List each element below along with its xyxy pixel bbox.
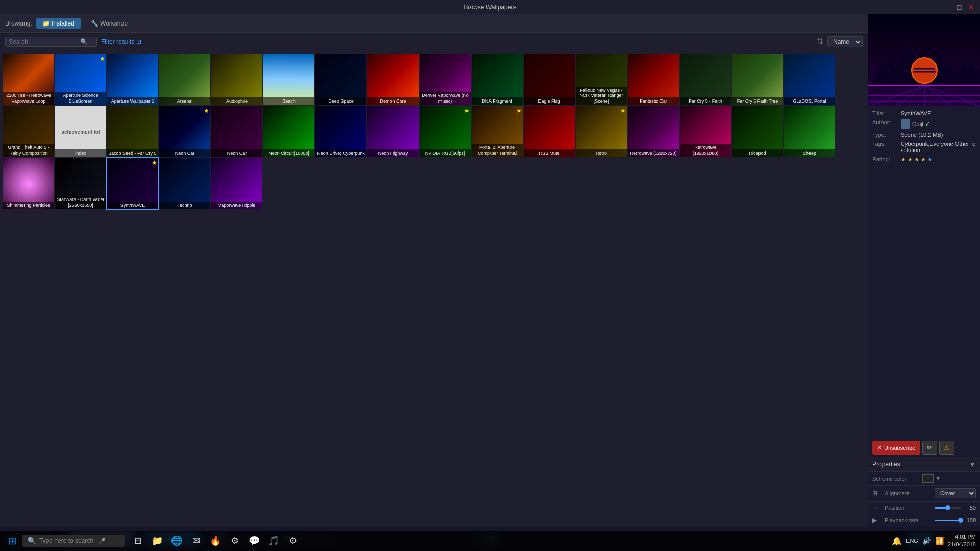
app7-button[interactable]: 💬 bbox=[245, 532, 263, 550]
wallpaper-item-w30[interactable]: Retrowave (980x551) bbox=[680, 106, 731, 157]
tab-installed[interactable]: 📁 Installed bbox=[36, 18, 81, 29]
title-row: Title: SynthWAVE bbox=[872, 110, 976, 116]
app5-button[interactable]: 🔥 bbox=[206, 532, 225, 550]
wallpaper-item-w18[interactable]: achievement lolindex bbox=[55, 106, 106, 157]
wallpaper-item-w15[interactable]: Far Cry 5 Faith Tree bbox=[732, 54, 783, 105]
wallpaper-item-w29[interactable]: Retrowave (1280x720) bbox=[628, 106, 679, 157]
position-icon: ↔ bbox=[872, 504, 880, 511]
app8-button[interactable]: 🎵 bbox=[264, 532, 283, 550]
title-value: SynthWAVE bbox=[901, 110, 976, 116]
color-dropdown-icon: ▼ bbox=[935, 475, 941, 481]
sort-controls: ⇅ Name Date Rating Size bbox=[817, 36, 863, 47]
properties-header: Properties ▼ bbox=[868, 457, 980, 471]
position-slider-container: 50 bbox=[935, 505, 976, 511]
minimize-button[interactable]: — bbox=[942, 3, 951, 12]
author-row: Author: Gaijl ✓ bbox=[872, 119, 976, 129]
warn-button[interactable]: ⚠ bbox=[939, 441, 954, 455]
wallpaper-item-w2[interactable]: Aperture Science BlueScreen★ bbox=[55, 54, 106, 105]
star1: ★ bbox=[901, 156, 906, 162]
wallpaper-item-w27[interactable]: RSS Mute bbox=[524, 106, 575, 157]
wallpaper-item-w28[interactable]: Retro★ bbox=[576, 106, 627, 157]
color-swatch[interactable] bbox=[922, 474, 934, 483]
steam-taskbar-button[interactable]: ⚙ bbox=[226, 532, 244, 550]
file-explorer-button[interactable]: 📁 bbox=[148, 532, 166, 550]
wallpaper-item-w32[interactable]: Sheep bbox=[784, 106, 835, 157]
close-button[interactable]: ✕ bbox=[967, 3, 976, 12]
wallpaper-item-w35[interactable]: SynthWAVE★ bbox=[107, 158, 158, 209]
volume-icon: 🔊 bbox=[922, 537, 931, 545]
wallpaper-item-w19[interactable]: Jacob Seed - Far Cry 5 bbox=[107, 106, 158, 157]
thumb-star-icon: ★ bbox=[204, 107, 209, 114]
star3: ★ bbox=[914, 156, 919, 162]
alignment-label: Alignment bbox=[885, 490, 930, 496]
properties-label: Properties bbox=[872, 461, 900, 468]
preview-area bbox=[868, 14, 980, 106]
wallpaper-item-w26[interactable]: Portal 2: Aperture Computer Terminal★ bbox=[472, 106, 523, 157]
browser-panel: Browsing: 📁 Installed 🔧 Workshop 🔍 Filte… bbox=[0, 14, 868, 527]
search-icon[interactable]: 🔍 bbox=[80, 38, 88, 45]
author-avatar bbox=[901, 119, 910, 129]
wallpaper-item-w3[interactable]: Aperture Wallpaper 1 bbox=[107, 54, 158, 105]
wallpaper-item-w10[interactable]: DNA Fragment bbox=[472, 54, 523, 105]
chrome-button[interactable]: 🌐 bbox=[167, 532, 186, 550]
wallpaper-item-w5[interactable]: Audiophile bbox=[211, 54, 262, 105]
wallpaper-item-w6[interactable]: Beach bbox=[263, 54, 314, 105]
mail-button[interactable]: ✉ bbox=[187, 532, 205, 550]
scheme-color-row: Scheme color ▼ bbox=[868, 471, 980, 485]
wallpaper-item-w21[interactable]: Neon Car bbox=[211, 106, 262, 157]
wallpaper-item-w14[interactable]: Far Cry 5 - Faith bbox=[680, 54, 731, 105]
wallpaper-item-w17[interactable]: Grand Theft Auto 5 - Rainy Composition bbox=[3, 106, 54, 157]
wallpaper-item-w13[interactable]: Fantastic Car bbox=[628, 54, 679, 105]
taskbar-search[interactable]: 🔍 Type here to search 🎤 bbox=[22, 535, 125, 547]
microphone-icon: 🎤 bbox=[99, 538, 106, 544]
app9-button[interactable]: ⚙ bbox=[284, 532, 302, 550]
maximize-button[interactable]: □ bbox=[954, 3, 964, 12]
search-input[interactable] bbox=[9, 38, 80, 45]
playback-value: 100 bbox=[964, 517, 976, 523]
sort-select[interactable]: Name Date Rating Size bbox=[827, 36, 863, 47]
wallpaper-grid: 2200 Hrs - Retrowave Vaporwave LoopApert… bbox=[0, 51, 868, 527]
taskbar-time: 4:01 PM 21/04/2018 bbox=[948, 533, 976, 549]
playback-slider-thumb bbox=[958, 518, 963, 523]
tags-value: Cyberpunk,Everyone,Other re solution bbox=[901, 141, 976, 153]
wallpaper-item-w34[interactable]: StarWars - Darth Vader [2560x1600] bbox=[55, 158, 106, 209]
detail-info: Title: SynthWAVE Author: Gaijl ✓ Type: S… bbox=[868, 106, 980, 439]
alignment-select[interactable]: Cover Stretch Fit Center bbox=[935, 488, 976, 498]
wallpaper-item-w31[interactable]: Ricepod bbox=[732, 106, 783, 157]
wallpaper-item-w7[interactable]: Deep Space bbox=[315, 54, 366, 105]
wallpaper-item-w1[interactable]: 2200 Hrs - Retrowave Vaporwave Loop bbox=[3, 54, 54, 105]
unsubscribe-button[interactable]: ✕ Unsubscribe bbox=[872, 441, 920, 455]
notification-icon: 🔔 bbox=[892, 536, 902, 546]
wallpaper-item-w20[interactable]: Neon Car★ bbox=[159, 106, 210, 157]
search-box: 🔍 bbox=[5, 37, 97, 47]
start-button[interactable]: ⊞ bbox=[4, 533, 20, 549]
wallpaper-item-w37[interactable]: Vaporwave Ripple bbox=[211, 158, 262, 209]
alignment-row: ⊞ Alignment Cover Stretch Fit Center bbox=[868, 485, 980, 501]
wallpaper-item-w16[interactable]: GLaDOS, Portal bbox=[784, 54, 835, 105]
rating-stars: ★ ★ ★ ★ ★ bbox=[901, 156, 976, 163]
details-panel: Title: SynthWAVE Author: Gaijl ✓ Type: S… bbox=[868, 14, 980, 527]
edit-button[interactable]: ✏ bbox=[922, 441, 937, 455]
wallpaper-item-w4[interactable]: Arsenal bbox=[159, 54, 210, 105]
playback-row: ▶ Playback rate 100 bbox=[868, 514, 980, 527]
thumb-star-icon: ★ bbox=[464, 107, 470, 114]
position-slider[interactable] bbox=[935, 507, 961, 509]
filter-results-link[interactable]: Filter results ⊟ bbox=[101, 38, 141, 45]
task-view-button[interactable]: ⊟ bbox=[129, 532, 147, 550]
wallpaper-item-w36[interactable]: Techno bbox=[159, 158, 210, 209]
wallpaper-item-w25[interactable]: NVIDIA RGB[60fps]★ bbox=[420, 106, 471, 157]
wallpaper-item-w33[interactable]: Shimmering Particles bbox=[3, 158, 54, 209]
wallpaper-item-w9[interactable]: Denver Vaporwave (no music) bbox=[420, 54, 471, 105]
scheme-color-label: Scheme color bbox=[872, 475, 918, 482]
wallpaper-item-w12[interactable]: Fallout: New Vegas - NCR Veteran Ranger … bbox=[576, 54, 627, 105]
wallpaper-item-w11[interactable]: Eagle Flag bbox=[524, 54, 575, 105]
wallpaper-item-w24[interactable]: Neon Highway bbox=[368, 106, 419, 157]
playback-slider[interactable] bbox=[935, 520, 961, 521]
star2: ★ bbox=[908, 156, 913, 162]
wallpaper-item-w22[interactable]: Neon Circuit[1080p] bbox=[263, 106, 314, 157]
workshop-icon: 🔧 bbox=[91, 20, 99, 27]
wallpaper-item-w8[interactable]: Demon Core bbox=[368, 54, 419, 105]
tab-workshop[interactable]: 🔧 Workshop bbox=[85, 18, 134, 29]
wallpaper-item-w23[interactable]: Neon Drive: Cyberpunk bbox=[315, 106, 366, 157]
alignment-icon: ⊞ bbox=[872, 490, 880, 497]
